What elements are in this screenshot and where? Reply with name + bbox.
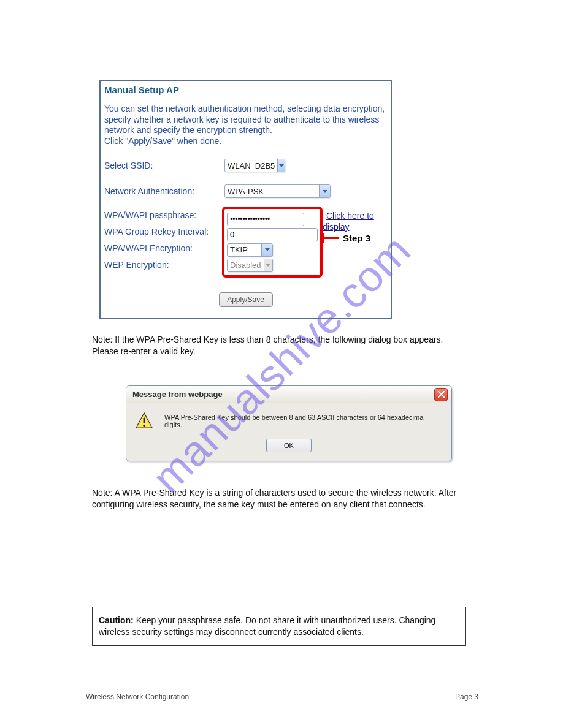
step3-callout: Step 3 [322,233,370,243]
chevron-down-icon [277,159,285,172]
ok-button[interactable]: OK [266,439,312,452]
footer-left: Wireless Network Configuration [86,692,189,701]
message-dialog: Message from webpage WPA Pre-Shared Key … [126,385,452,461]
note-after-dialog: Note: A WPA Pre-Shared Key is a string o… [92,487,460,510]
close-icon [438,391,445,398]
caution-title: Caution: [99,615,134,625]
panel-intro: You can set the network authentication m… [104,104,387,146]
step3-label: Step 3 [343,233,370,243]
config-panel: Manual Setup AP You can set the network … [99,80,392,319]
chevron-down-icon [264,259,272,271]
note-before-dialog: Note: If the WPA Pre-Shared Key is less … [92,334,466,357]
display-passphrase-link[interactable]: Click here to display [323,211,374,232]
dialog-title: Message from webpage [132,390,223,399]
encryption-select[interactable]: TKIP [227,243,273,257]
panel-title: Manual Setup AP [104,85,387,95]
caution-body: Keep your passphrase safe. Do not share … [99,615,435,637]
ssid-label: Select SSID: [104,161,224,170]
apply-save-button[interactable]: Apply/Save [219,292,273,307]
dialog-titlebar: Message from webpage [126,386,451,403]
caution-box: Caution: Keep your passphrase safe. Do n… [92,607,466,646]
ssid-value: WLAN_D2B5 [225,161,277,170]
svg-point-1 [143,425,145,427]
auth-select[interactable]: WPA-PSK [224,184,331,198]
passphrase-input[interactable] [227,213,304,226]
page-footer: Wireless Network Configuration Page 3 [86,692,478,701]
warning-icon [135,412,153,430]
footer-right: Page 3 [455,692,478,701]
chevron-down-icon [319,185,330,197]
close-button[interactable] [434,388,448,401]
callout-line [322,237,339,239]
rekey-label: WPA Group Rekey Interval: [104,223,224,240]
encryption-label: WPA/WAPI Encryption: [104,240,224,256]
wep-value: Disabled [228,260,264,270]
encryption-value: TKIP [228,245,261,254]
rekey-input[interactable] [227,228,318,241]
auth-label: Network Authentication: [104,186,224,196]
passphrase-label: WPA/WAPI passphrase: [104,207,224,223]
wep-select: Disabled [227,259,273,272]
dialog-message: WPA Pre-Shared Key should be between 8 a… [164,414,443,428]
chevron-down-icon [261,244,272,256]
ssid-select[interactable]: WLAN_D2B5 [224,159,285,172]
step3-highlight-box: TKIP Disabled [222,207,323,278]
wep-label: WEP Encryption: [104,256,224,273]
auth-value: WPA-PSK [225,187,319,196]
svg-rect-0 [144,417,145,423]
